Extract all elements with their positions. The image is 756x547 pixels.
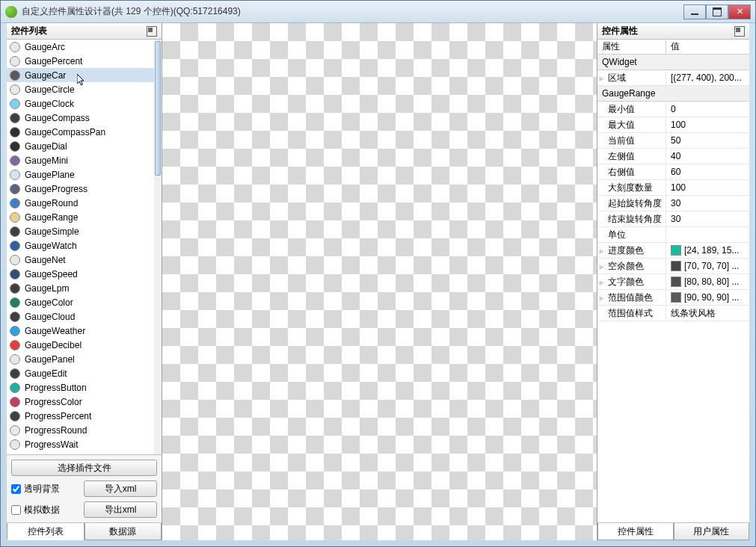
close-button[interactable] [728,4,751,19]
list-item[interactable]: GaugeEdit [7,366,154,380]
prop-value[interactable]: 30 [666,196,749,211]
prop-label: 文字颜色 [597,274,666,289]
mock-data-input[interactable] [11,505,21,515]
tab-user-props[interactable]: 用户属性 [674,523,750,540]
property-row[interactable]: 进度颜色[24, 189, 15... [597,243,749,259]
tab-control-list[interactable]: 控件列表 [7,523,84,540]
gauge-icon [10,170,20,180]
prop-value[interactable]: [24, 189, 15... [666,243,749,258]
property-row[interactable]: 起始旋转角度30 [597,196,749,211]
property-columns-header: 属性 值 [597,40,749,55]
prop-value[interactable]: 线条状风格 [666,306,749,321]
prop-range-style[interactable]: 范围值样式 线条状风格 [597,306,749,321]
prop-value[interactable]: 30 [666,211,749,226]
gauge-icon [10,312,20,322]
prop-value[interactable]: 60 [666,164,749,179]
list-item[interactable]: ProgressColor [7,395,154,409]
export-xml-button[interactable]: 导出xml [84,501,157,518]
list-item[interactable]: ProgressButton [7,380,154,395]
property-row[interactable]: 范围值颜色[90, 90, 90] ... [597,290,749,306]
undock-icon[interactable] [734,26,745,37]
control-list: GaugeArcGaugePercentGaugeCarGaugeCircleG… [7,40,162,454]
property-row[interactable]: 左侧值40 [597,149,749,164]
list-item[interactable]: GaugeRound [7,196,154,210]
transparent-bg-checkbox[interactable]: 透明背景 [11,483,78,495]
prop-value[interactable]: 100 [666,180,749,195]
list-item[interactable]: GaugeColor [7,295,154,309]
maximize-button[interactable] [706,4,728,19]
list-item[interactable]: GaugeCircle [7,82,154,96]
property-row[interactable]: 最小值0 [597,102,749,117]
list-item[interactable]: GaugeClock [7,96,154,111]
gauge-icon [10,70,20,81]
left-tabs: 控件列表 数据源 [7,522,162,540]
list-item-label: GaugeColor [25,297,73,308]
list-item[interactable]: ProgressRound [7,423,154,437]
gauge-icon [10,326,20,336]
prop-value[interactable]: [70, 70, 70] ... [666,259,749,274]
property-row[interactable]: 右侧值60 [597,164,749,180]
gauge-icon [10,255,20,265]
mock-data-label: 模拟数据 [24,504,60,516]
property-row[interactable]: 当前值50 [597,133,749,149]
prop-value[interactable]: [90, 90, 90] ... [666,290,749,305]
list-item[interactable]: GaugeCompassPan [7,125,154,139]
list-item[interactable]: GaugeCloud [7,309,154,324]
undock-icon[interactable] [147,26,157,37]
title-bar: 自定义控件属性设计器(共 129 个控件)(QQ:517216493) [1,1,755,23]
prop-value[interactable]: [80, 80, 80] ... [666,274,749,289]
list-item[interactable]: GaugeDial [7,139,154,153]
list-item[interactable]: GaugePercent [7,54,154,68]
prop-value[interactable]: 40 [666,149,749,164]
list-item[interactable]: GaugeCar [7,68,154,82]
prop-value[interactable]: 50 [666,133,749,148]
property-row[interactable]: 结束旋转角度30 [597,211,749,227]
prop-value[interactable]: [(277, 400), 200... [666,70,749,85]
gauge-icon [10,99,20,109]
list-item[interactable]: GaugeMini [7,153,154,167]
list-item[interactable]: GaugeNet [7,253,154,267]
list-item[interactable]: GaugeCompass [7,111,154,125]
list-item[interactable]: GaugeSpeed [7,267,154,281]
list-item[interactable]: GaugeLpm [7,281,154,295]
tab-data-source[interactable]: 数据源 [84,523,162,540]
group-gaugerange[interactable]: GaugeRange [597,86,749,102]
list-item[interactable]: GaugeRange [7,210,154,224]
property-row[interactable]: 最大值100 [597,117,749,133]
list-item[interactable]: GaugeWeather [7,324,154,338]
minimize-button[interactable] [683,4,706,19]
list-item[interactable]: ProgressWait [7,437,154,451]
list-item-label: GaugeWeather [25,326,85,336]
prop-value[interactable]: 0 [666,102,749,117]
prop-label: 空余颜色 [597,259,666,274]
property-row[interactable]: 空余颜色[70, 70, 70] ... [597,259,749,274]
property-row[interactable]: 文字颜色[80, 80, 80] ... [597,274,749,290]
tab-control-props[interactable]: 控件属性 [597,523,674,540]
gauge-icon [10,226,20,237]
prop-region[interactable]: 区域 [(277, 400), 200... [597,70,749,86]
list-item[interactable]: GaugeSimple [7,224,154,238]
mock-data-checkbox[interactable]: 模拟数据 [11,504,78,516]
select-plugin-button[interactable]: 选择插件文件 [11,460,157,476]
property-row[interactable]: 大刻度数量100 [597,180,749,196]
group-qwidget[interactable]: QWidget [597,55,749,70]
prop-value[interactable] [666,227,749,242]
gauge-icon [10,397,20,407]
list-item-label: GaugeRange [25,212,78,223]
prop-value[interactable]: 100 [666,117,749,132]
list-item[interactable]: GaugeWatch [7,238,154,253]
list-item[interactable]: ProgressPercent [7,409,154,423]
list-item[interactable]: GaugeProgress [7,182,154,196]
col-property: 属性 [597,40,666,54]
list-item[interactable]: GaugeDecibel [7,338,154,352]
list-item-label: GaugeCompass [25,113,90,123]
vertical-scrollbar[interactable] [154,40,162,454]
list-item[interactable]: GaugePlane [7,167,154,182]
list-item[interactable]: GaugePanel [7,352,154,366]
property-row[interactable]: 单位 [597,227,749,243]
transparent-bg-input[interactable] [11,484,21,494]
design-canvas[interactable] [162,23,597,540]
scrollbar-thumb[interactable] [155,41,161,176]
list-item[interactable]: GaugeArc [7,40,154,54]
import-xml-button[interactable]: 导入xml [84,480,157,497]
